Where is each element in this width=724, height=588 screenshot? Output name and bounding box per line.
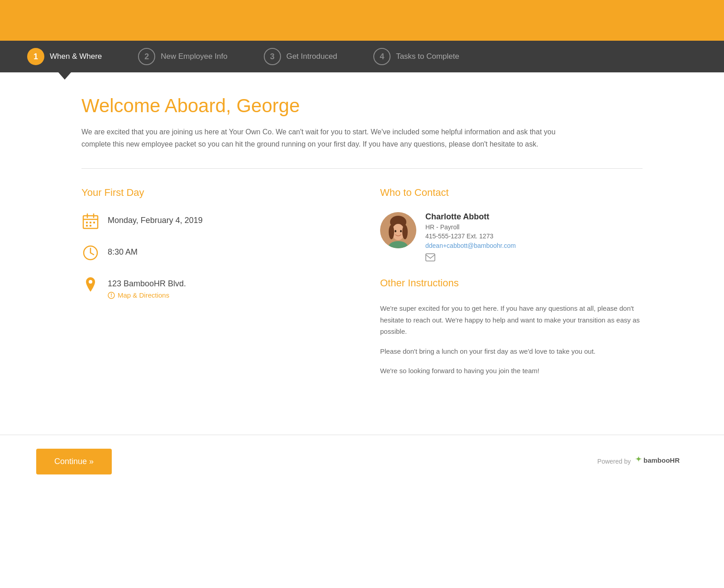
contact-info: Charlotte Abbott HR - Payroll 415-555-12… — [425, 212, 643, 264]
svg-rect-24 — [426, 254, 435, 261]
contact-role: HR - Payroll — [425, 223, 643, 231]
top-banner — [0, 0, 724, 41]
date-item: Monday, February 4, 2019 — [81, 212, 344, 230]
powered-by: Powered by bambooHR — [597, 455, 688, 468]
step-3-label: Get Introduced — [286, 52, 337, 61]
svg-point-20 — [402, 225, 408, 239]
step-3-circle: 3 — [264, 48, 281, 65]
date-text: Monday, February 4, 2019 — [108, 212, 203, 225]
svg-line-11 — [90, 253, 94, 255]
svg-rect-5 — [90, 222, 91, 223]
address-item: 123 BambooHR Blvd. Map & Directions — [81, 275, 344, 299]
svg-text:bambooHR: bambooHR — [643, 456, 680, 464]
step-4-label: Tasks to Complete — [396, 52, 459, 61]
map-directions-link[interactable]: Map & Directions — [108, 291, 186, 299]
svg-rect-7 — [86, 225, 88, 227]
bamboohr-logo-svg: bambooHR — [634, 455, 688, 465]
main-content: Welcome Aboard, George We are excited th… — [45, 72, 679, 408]
section-divider — [81, 168, 643, 169]
svg-point-23 — [400, 230, 402, 232]
svg-rect-8 — [90, 225, 91, 227]
contact-avatar — [380, 212, 416, 248]
contact-card: Charlotte Abbott HR - Payroll 415-555-12… — [380, 212, 643, 264]
svg-point-15 — [111, 296, 112, 297]
instructions-para-3: We're so looking forward to having you j… — [380, 365, 643, 377]
time-text: 8:30 AM — [108, 244, 138, 257]
instructions-para-1: We're super excited for you to get here.… — [380, 303, 643, 337]
step-1-label: When & Where — [50, 52, 102, 61]
nav-step-1[interactable]: 1 When & Where — [27, 48, 102, 65]
nav-step-2[interactable]: 2 New Employee Info — [138, 48, 227, 65]
nav-step-3[interactable]: 3 Get Introduced — [264, 48, 337, 65]
map-link-icon — [108, 292, 115, 299]
contact-email-link[interactable]: ddean+cabbott@bamboohr.com — [425, 242, 516, 249]
right-column: Who to Contact — [380, 187, 643, 385]
two-column-layout: Your First Day Monda — [81, 187, 643, 385]
instructions-title: Other Instructions — [380, 277, 643, 289]
first-day-title: Your First Day — [81, 187, 344, 199]
contact-phone: 415-555-1237 Ext. 1273 — [425, 232, 643, 240]
avatar-image — [380, 212, 416, 248]
svg-rect-6 — [93, 222, 95, 223]
calendar-icon — [81, 212, 100, 230]
first-day-column: Your First Day Monda — [81, 187, 344, 385]
step-1-circle: 1 — [27, 48, 44, 65]
address-block: 123 BambooHR Blvd. Map & Directions — [108, 275, 186, 299]
svg-point-22 — [395, 230, 396, 232]
location-pin-icon — [81, 275, 100, 294]
nav-step-4[interactable]: 4 Tasks to Complete — [373, 48, 459, 65]
bamboohr-brand: bambooHR — [634, 455, 688, 468]
step-2-circle: 2 — [138, 48, 155, 65]
step-4-circle: 4 — [373, 48, 391, 65]
svg-rect-4 — [86, 222, 88, 223]
svg-point-19 — [389, 225, 394, 239]
contact-title: Who to Contact — [380, 187, 643, 199]
svg-point-12 — [89, 280, 92, 284]
contact-name: Charlotte Abbott — [425, 212, 643, 222]
step-2-label: New Employee Info — [161, 52, 227, 61]
welcome-title: Welcome Aboard, George — [81, 95, 643, 117]
continue-button[interactable]: Continue » — [36, 449, 112, 474]
time-item: 8:30 AM — [81, 244, 344, 262]
email-icon[interactable] — [425, 253, 643, 264]
page-footer: Continue » Powered by bambooHR — [0, 435, 724, 488]
navigation-bar: 1 When & Where 2 New Employee Info 3 Get… — [0, 41, 724, 72]
instructions-para-2: Please don't bring a lunch on your first… — [380, 346, 643, 357]
clock-icon — [81, 244, 100, 262]
address-text: 123 BambooHR Blvd. — [108, 275, 186, 289]
nav-indicator-arrow — [58, 72, 71, 80]
welcome-body: We are excited that you are joining us h… — [81, 126, 557, 150]
